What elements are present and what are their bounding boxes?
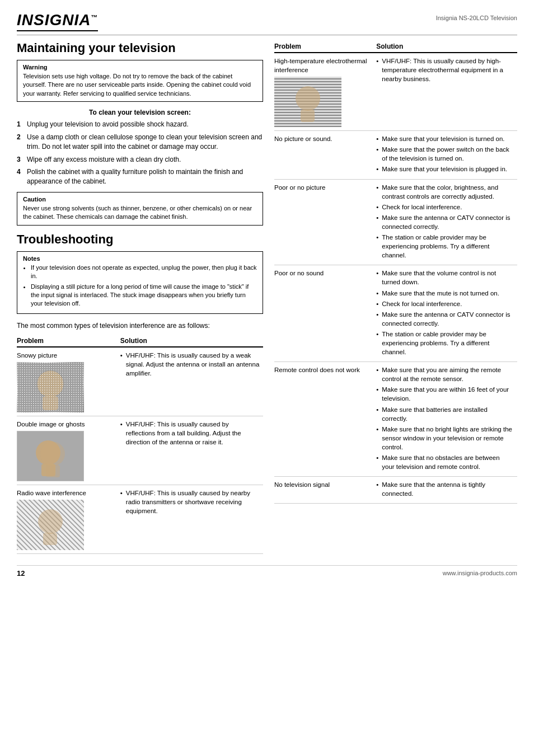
step-2: 2 Use a damp cloth or clean cellulose sp… <box>17 133 263 152</box>
table-row: High-temperature electrothermal interfer… <box>274 53 517 131</box>
ghost-image <box>17 431 84 481</box>
svg-point-2 <box>37 370 64 397</box>
svg-point-16 <box>296 86 320 111</box>
step-4: 4 Polish the cabinet with a quality furn… <box>17 167 263 186</box>
caution-box: Caution Never use strong solvents (such … <box>17 192 263 226</box>
hightemp-image <box>274 77 341 127</box>
right-problem-header: Problem <box>274 41 376 53</box>
svg-rect-17 <box>301 110 315 122</box>
table-row: Poor or no sound Make sure that the volu… <box>274 265 517 362</box>
problem-poor-sound: Poor or no sound <box>274 265 376 362</box>
ghost-face-svg <box>17 431 83 481</box>
radio-face-svg <box>17 500 83 550</box>
maintaining-title: Maintaining your television <box>17 41 263 55</box>
warning-box: Warning Television sets use high voltage… <box>17 60 263 102</box>
table-row: Remote control does not work Make sure t… <box>274 362 517 477</box>
problem-poor-picture: Poor or no picture <box>274 179 376 265</box>
notes-list: If your television does not operate as e… <box>31 264 257 308</box>
intro-text: The most common types of television inte… <box>17 321 263 331</box>
problem-hightemp: High-temperature electrothermal interfer… <box>274 53 376 131</box>
note-1: If your television does not operate as e… <box>31 264 257 281</box>
clean-screen-section: To clean your television screen: 1 Unplu… <box>17 109 263 186</box>
problem-remote: Remote control does not work <box>274 362 376 477</box>
hightemp-face-svg <box>275 77 341 126</box>
solution-hightemp: VHF/UHF: This is usually caused by high-… <box>376 53 517 131</box>
table-row: Snowy picture <box>17 347 263 416</box>
page-header: INSIGNIA Insignia NS-20LCD Television <box>17 11 517 35</box>
left-ps-table: Problem Solution Snowy picture <box>17 335 263 554</box>
table-row: No picture or sound. Make sure that your… <box>274 131 517 179</box>
radio-image <box>17 500 84 550</box>
solution-radio: VHF/UHF: This is usually caused by nearb… <box>120 485 263 553</box>
problem-no-signal: No television signal <box>274 477 376 504</box>
svg-point-1 <box>37 370 64 397</box>
content-wrapper: Maintaining your television Warning Tele… <box>17 41 517 554</box>
header-subtitle: Insignia NS-20LCD Television <box>436 11 517 21</box>
solution-poor-picture: Make sure that the color, brightness, an… <box>376 179 517 265</box>
table-row: Double image or ghosts <box>17 416 263 485</box>
notes-box: Notes If your television does not operat… <box>17 251 263 314</box>
notes-title: Notes <box>23 255 257 262</box>
problem-no-picture: No picture or sound. <box>274 131 376 179</box>
caution-text: Never use strong solvents (such as thinn… <box>23 204 257 222</box>
logo: INSIGNIA <box>17 11 98 29</box>
svg-point-10 <box>40 442 65 466</box>
right-solution-header: Solution <box>376 41 517 53</box>
table-row: No television signal Make sure that the … <box>274 477 517 504</box>
steps-list: 1 Unplug your television to avoid possib… <box>17 120 263 186</box>
warning-text: Television sets use high voltage. Do not… <box>23 72 257 98</box>
right-ps-table: Problem Solution High-temperature electr… <box>274 41 517 504</box>
svg-rect-0 <box>17 363 83 412</box>
svg-rect-14 <box>43 533 57 545</box>
svg-rect-11 <box>46 465 60 477</box>
problem-radio: Radio wave interference <box>17 485 120 553</box>
solution-remote: Make sure that you are aiming the remote… <box>376 362 517 477</box>
left-solution-header: Solution <box>120 335 263 347</box>
svg-point-13 <box>38 509 63 534</box>
step-1: 1 Unplug your television to avoid possib… <box>17 120 263 129</box>
left-column: Maintaining your television Warning Tele… <box>17 41 263 554</box>
footer-url: www.insignia-products.com <box>443 570 517 576</box>
svg-rect-3 <box>43 396 58 410</box>
table-row: Radio wave interference <box>17 485 263 553</box>
solution-snowy: VHF/UHF: This is usually caused by a wea… <box>120 347 263 416</box>
left-problem-header: Problem <box>17 335 120 347</box>
svg-rect-4 <box>17 363 83 412</box>
page-container: INSIGNIA Insignia NS-20LCD Television Ma… <box>0 0 534 756</box>
troubleshooting-title: Troubleshooting <box>17 232 263 247</box>
caution-title: Caution <box>23 196 257 203</box>
page-number: 12 <box>17 569 25 577</box>
page-footer: 12 www.insignia-products.com <box>17 565 517 577</box>
snowy-face-svg <box>17 363 83 412</box>
solution-poor-sound: Make sure that the volume control is not… <box>376 265 517 362</box>
warning-title: Warning <box>23 64 257 71</box>
table-row: Poor or no picture Make sure that the co… <box>274 179 517 265</box>
solution-ghost: VHF/UHF: This is usually caused by refle… <box>120 416 263 485</box>
clean-screen-title: To clean your television screen: <box>17 109 263 116</box>
logo-underline <box>17 30 98 31</box>
right-column: Problem Solution High-temperature electr… <box>274 41 517 554</box>
step-3: 3 Wipe off any excess moisture with a cl… <box>17 155 263 165</box>
solution-no-picture: Make sure that your television is turned… <box>376 131 517 179</box>
snowy-image <box>17 362 84 412</box>
solution-no-signal: Make sure that the antenna is tightly co… <box>376 477 517 504</box>
problem-ghost: Double image or ghosts <box>17 416 120 485</box>
note-2: Displaying a still picture for a long pe… <box>31 283 257 308</box>
problem-snowy: Snowy picture <box>17 347 120 416</box>
